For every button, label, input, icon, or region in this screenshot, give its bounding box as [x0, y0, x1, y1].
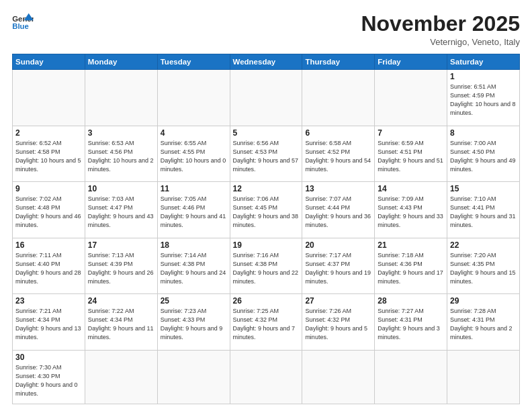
day-number: 2 [15, 128, 82, 138]
day-number: 14 [378, 184, 444, 193]
table-row: 24Sunrise: 7:22 AM Sunset: 4:34 PM Dayli… [85, 294, 157, 350]
table-row: 3Sunrise: 6:53 AM Sunset: 4:56 PM Daylig… [85, 126, 157, 181]
day-info: Sunrise: 6:58 AM Sunset: 4:52 PM Dayligh… [305, 139, 371, 174]
table-row: 13Sunrise: 7:07 AM Sunset: 4:44 PM Dayli… [302, 182, 375, 238]
table-row: 7Sunrise: 6:59 AM Sunset: 4:51 PM Daylig… [375, 126, 447, 181]
day-number: 18 [161, 240, 227, 250]
day-info: Sunrise: 7:26 AM Sunset: 4:32 PM Dayligh… [305, 307, 371, 342]
day-number: 13 [305, 184, 371, 193]
header: General Blue November 2025 Veternigo, Ve… [12, 12, 520, 47]
month-title: November 2025 [361, 12, 520, 36]
day-number: 19 [233, 240, 300, 250]
header-sunday: Sunday [13, 54, 85, 70]
day-info: Sunrise: 7:03 AM Sunset: 4:47 PM Dayligh… [88, 195, 154, 230]
day-number: 29 [450, 296, 517, 306]
svg-text:Blue: Blue [12, 22, 29, 30]
day-info: Sunrise: 7:28 AM Sunset: 4:31 PM Dayligh… [450, 307, 517, 342]
table-row [302, 350, 375, 404]
header-tuesday: Tuesday [157, 54, 230, 70]
day-number: 17 [88, 240, 154, 250]
day-number: 26 [233, 296, 300, 306]
table-row: 27Sunrise: 7:26 AM Sunset: 4:32 PM Dayli… [302, 294, 375, 350]
day-number: 28 [378, 296, 444, 306]
calendar-header-row: Sunday Monday Tuesday Wednesday Thursday… [13, 54, 520, 70]
table-row: 20Sunrise: 7:17 AM Sunset: 4:37 PM Dayli… [302, 238, 375, 293]
day-info: Sunrise: 6:52 AM Sunset: 4:58 PM Dayligh… [15, 139, 82, 174]
day-number: 20 [305, 240, 371, 250]
table-row: 14Sunrise: 7:09 AM Sunset: 4:43 PM Dayli… [375, 182, 447, 238]
table-row [157, 70, 230, 126]
day-info: Sunrise: 7:23 AM Sunset: 4:33 PM Dayligh… [161, 307, 227, 342]
day-info: Sunrise: 7:20 AM Sunset: 4:35 PM Dayligh… [450, 251, 517, 286]
table-row: 9Sunrise: 7:02 AM Sunset: 4:48 PM Daylig… [13, 182, 85, 238]
day-info: Sunrise: 7:25 AM Sunset: 4:32 PM Dayligh… [233, 307, 300, 342]
table-row: 22Sunrise: 7:20 AM Sunset: 4:35 PM Dayli… [447, 238, 520, 293]
day-number: 15 [450, 184, 517, 193]
table-row: 17Sunrise: 7:13 AM Sunset: 4:39 PM Dayli… [85, 238, 157, 293]
day-info: Sunrise: 7:10 AM Sunset: 4:41 PM Dayligh… [450, 195, 517, 230]
table-row [13, 70, 85, 126]
day-info: Sunrise: 6:59 AM Sunset: 4:51 PM Dayligh… [378, 139, 444, 174]
day-number: 7 [378, 128, 444, 138]
day-info: Sunrise: 7:30 AM Sunset: 4:30 PM Dayligh… [15, 363, 82, 398]
title-block: November 2025 Veternigo, Veneto, Italy [361, 12, 520, 47]
day-info: Sunrise: 6:53 AM Sunset: 4:56 PM Dayligh… [88, 139, 154, 174]
table-row: 4Sunrise: 6:55 AM Sunset: 4:55 PM Daylig… [157, 126, 230, 181]
day-info: Sunrise: 7:18 AM Sunset: 4:36 PM Dayligh… [378, 251, 444, 286]
day-info: Sunrise: 7:14 AM Sunset: 4:38 PM Dayligh… [161, 251, 227, 286]
day-info: Sunrise: 7:21 AM Sunset: 4:34 PM Dayligh… [15, 307, 82, 342]
day-number: 12 [233, 184, 300, 193]
day-info: Sunrise: 7:02 AM Sunset: 4:48 PM Dayligh… [15, 195, 82, 230]
day-info: Sunrise: 7:09 AM Sunset: 4:43 PM Dayligh… [378, 195, 444, 230]
table-row: 8Sunrise: 7:00 AM Sunset: 4:50 PM Daylig… [447, 126, 520, 181]
table-row [375, 350, 447, 404]
table-row: 25Sunrise: 7:23 AM Sunset: 4:33 PM Dayli… [157, 294, 230, 350]
day-info: Sunrise: 7:05 AM Sunset: 4:46 PM Dayligh… [161, 195, 227, 230]
header-wednesday: Wednesday [230, 54, 302, 70]
day-number: 23 [15, 296, 82, 306]
table-row: 11Sunrise: 7:05 AM Sunset: 4:46 PM Dayli… [157, 182, 230, 238]
table-row: 30Sunrise: 7:30 AM Sunset: 4:30 PM Dayli… [13, 350, 85, 404]
table-row: 16Sunrise: 7:11 AM Sunset: 4:40 PM Dayli… [13, 238, 85, 293]
day-info: Sunrise: 7:27 AM Sunset: 4:31 PM Dayligh… [378, 307, 444, 342]
table-row: 21Sunrise: 7:18 AM Sunset: 4:36 PM Dayli… [375, 238, 447, 293]
day-info: Sunrise: 6:51 AM Sunset: 4:59 PM Dayligh… [450, 83, 517, 118]
day-number: 16 [15, 240, 82, 250]
table-row: 15Sunrise: 7:10 AM Sunset: 4:41 PM Dayli… [447, 182, 520, 238]
table-row: 12Sunrise: 7:06 AM Sunset: 4:45 PM Dayli… [230, 182, 302, 238]
day-number: 6 [305, 128, 371, 138]
day-info: Sunrise: 6:56 AM Sunset: 4:53 PM Dayligh… [233, 139, 300, 174]
day-number: 22 [450, 240, 517, 250]
day-info: Sunrise: 7:00 AM Sunset: 4:50 PM Dayligh… [450, 139, 517, 174]
table-row: 19Sunrise: 7:16 AM Sunset: 4:38 PM Dayli… [230, 238, 302, 293]
day-number: 5 [233, 128, 300, 138]
table-row: 10Sunrise: 7:03 AM Sunset: 4:47 PM Dayli… [85, 182, 157, 238]
header-monday: Monday [85, 54, 157, 70]
day-info: Sunrise: 7:22 AM Sunset: 4:34 PM Dayligh… [88, 307, 154, 342]
table-row: 6Sunrise: 6:58 AM Sunset: 4:52 PM Daylig… [302, 126, 375, 181]
table-row [375, 70, 447, 126]
day-number: 11 [161, 184, 227, 193]
table-row: 23Sunrise: 7:21 AM Sunset: 4:34 PM Dayli… [13, 294, 85, 350]
day-number: 1 [450, 72, 517, 81]
day-info: Sunrise: 7:06 AM Sunset: 4:45 PM Dayligh… [233, 195, 300, 230]
table-row: 2Sunrise: 6:52 AM Sunset: 4:58 PM Daylig… [13, 126, 85, 181]
calendar-table: Sunday Monday Tuesday Wednesday Thursday… [12, 54, 520, 404]
day-info: Sunrise: 7:11 AM Sunset: 4:40 PM Dayligh… [15, 251, 82, 286]
header-thursday: Thursday [302, 54, 375, 70]
day-number: 30 [15, 353, 82, 362]
table-row [447, 350, 520, 404]
table-row [230, 350, 302, 404]
table-row [230, 70, 302, 126]
day-number: 21 [378, 240, 444, 250]
header-saturday: Saturday [447, 54, 520, 70]
day-info: Sunrise: 7:13 AM Sunset: 4:39 PM Dayligh… [88, 251, 154, 286]
day-number: 8 [450, 128, 517, 138]
day-number: 4 [161, 128, 227, 138]
table-row [157, 350, 230, 404]
table-row [85, 350, 157, 404]
table-row [302, 70, 375, 126]
table-row: 5Sunrise: 6:56 AM Sunset: 4:53 PM Daylig… [230, 126, 302, 181]
day-info: Sunrise: 7:07 AM Sunset: 4:44 PM Dayligh… [305, 195, 371, 230]
logo: General Blue [12, 12, 34, 31]
